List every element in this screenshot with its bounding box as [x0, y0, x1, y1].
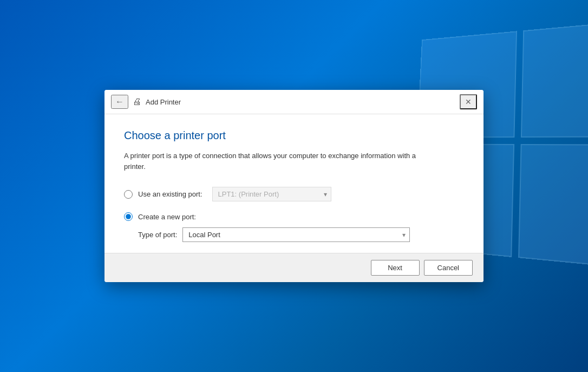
create-port-row: Create a new port:: [124, 212, 464, 221]
dialog-overlay: ← 🖨 Add Printer ✕ Choose a printer port …: [0, 0, 588, 372]
existing-port-dropdown: LPT1: (Printer Port): [212, 187, 331, 201]
existing-port-dropdown-wrapper: LPT1: (Printer Port): [208, 187, 331, 201]
next-button[interactable]: Next: [371, 260, 420, 276]
existing-port-label[interactable]: Use an existing port:: [138, 190, 202, 198]
printer-icon: 🖨: [133, 97, 141, 107]
create-port-radio[interactable]: [124, 212, 133, 221]
title-bar: ← 🖨 Add Printer ✕: [104, 90, 484, 114]
dialog-footer: Next Cancel: [104, 253, 484, 282]
existing-port-row: Use an existing port: LPT1: (Printer Por…: [124, 187, 464, 201]
port-type-dropdown-wrapper: Local Port Standard TCP/IP Port: [182, 227, 410, 242]
add-printer-dialog: ← 🖨 Add Printer ✕ Choose a printer port …: [104, 90, 484, 282]
port-type-dropdown[interactable]: Local Port Standard TCP/IP Port: [182, 227, 410, 242]
port-type-row: Type of port: Local Port Standard TCP/IP…: [124, 227, 464, 242]
port-type-label: Type of port:: [138, 231, 177, 239]
close-button[interactable]: ✕: [460, 94, 477, 109]
dialog-content: Choose a printer port A printer port is …: [104, 114, 484, 253]
description-text: A printer port is a type of connection t…: [124, 151, 438, 172]
create-port-label[interactable]: Create a new port:: [138, 213, 196, 221]
page-title: Choose a printer port: [124, 129, 464, 142]
radio-group: Use an existing port: LPT1: (Printer Por…: [124, 187, 464, 242]
back-button[interactable]: ←: [111, 95, 128, 109]
dialog-title-bar-text: Add Printer: [146, 98, 455, 106]
create-port-section: Create a new port: Type of port: Local P…: [124, 212, 464, 242]
existing-port-radio[interactable]: [124, 190, 133, 199]
cancel-button[interactable]: Cancel: [424, 260, 473, 276]
